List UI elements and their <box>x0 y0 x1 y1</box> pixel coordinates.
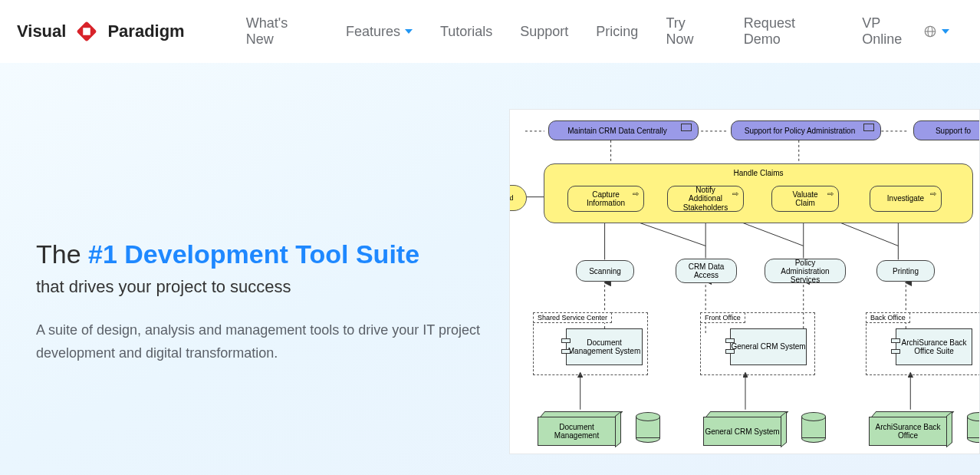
hero-title: The #1 Development Tool Suite <box>36 238 496 271</box>
group-back-office: Back Office ArchiSurance Back Office Sui… <box>866 312 980 375</box>
hero-subtitle: that drives your project to success <box>36 277 496 297</box>
service-crm-data-access: CRM Data Access <box>676 259 737 283</box>
top-nav: Visual Paradigm What's New Features Tuto… <box>0 0 980 63</box>
hero-section: The #1 Development Tool Suite that drive… <box>0 63 980 475</box>
svg-rect-1 <box>84 28 91 35</box>
process-investigate: Investigate⇨ <box>870 186 942 212</box>
process-container: Handle Claims Capture Information⇨ Notif… <box>544 163 973 223</box>
process-capture-info: Capture Information⇨ <box>567 186 644 212</box>
disk-icon <box>801 412 826 443</box>
service-scanning: Scanning <box>576 260 634 282</box>
globe-icon <box>923 25 937 38</box>
group-front-office: Front Office General CRM System <box>700 312 815 375</box>
chevron-down-icon <box>405 29 413 34</box>
language-switcher[interactable] <box>923 25 949 38</box>
nav-tutorials[interactable]: Tutorials <box>440 24 492 40</box>
brand-word-right: Paradigm <box>107 21 184 41</box>
nav-features[interactable]: Features <box>346 24 413 40</box>
brand-diamond-icon <box>72 17 101 46</box>
nav-vp-online[interactable]: VP Online <box>862 15 923 48</box>
nav-support[interactable]: Support <box>520 24 568 40</box>
hero-copy: The #1 Development Tool Suite that drive… <box>36 238 496 365</box>
disk-icon <box>967 412 980 443</box>
goal-support-partial: Support fo <box>913 120 980 140</box>
process-container-label: Handle Claims <box>544 169 972 177</box>
nav-try-now[interactable]: Try Now <box>666 15 715 48</box>
goal-maintain-crm: Maintain CRM Data Centrally <box>548 120 699 140</box>
diagram-connectors <box>510 110 979 454</box>
hero-diagram: Maintain CRM Data Centrally Support for … <box>509 109 980 454</box>
node-archisurance-back-office: ArchiSurance Back Office <box>869 411 953 446</box>
component-dms: Document Management System <box>566 328 643 365</box>
node-general-crm: General CRM System <box>703 411 788 446</box>
group-shared-service-center: Shared Service Center Document Managemen… <box>533 312 648 375</box>
process-valuate-claim: Valuate Claim⇨ <box>771 186 839 212</box>
brand-logo[interactable]: Visual Paradigm <box>17 17 185 46</box>
service-printing: Printing <box>876 260 935 282</box>
node-document-management: Document Management <box>538 411 622 446</box>
chevron-down-icon <box>942 29 949 34</box>
brand-word-left: Visual <box>17 21 66 41</box>
service-policy-admin: Policy Administration Services <box>765 259 846 283</box>
component-archisurance-suite: ArchiSurance Back Office Suite <box>896 328 972 365</box>
nav-pricing[interactable]: Pricing <box>596 24 638 40</box>
process-notify-stakeholders: Notify Additional Stakeholders⇨ <box>667 186 744 212</box>
start-event: ved <box>509 185 527 211</box>
primary-nav: What's New Features Tutorials Support Pr… <box>246 15 923 48</box>
goal-policy-admin: Support for Policy Administration <box>731 120 881 140</box>
disk-icon <box>636 412 660 443</box>
nav-whats-new[interactable]: What's New <box>246 15 318 48</box>
component-general-crm: General CRM System <box>730 328 807 365</box>
hero-body: A suite of design, analysis and manageme… <box>36 318 496 365</box>
nav-request-demo[interactable]: Request Demo <box>744 15 834 48</box>
